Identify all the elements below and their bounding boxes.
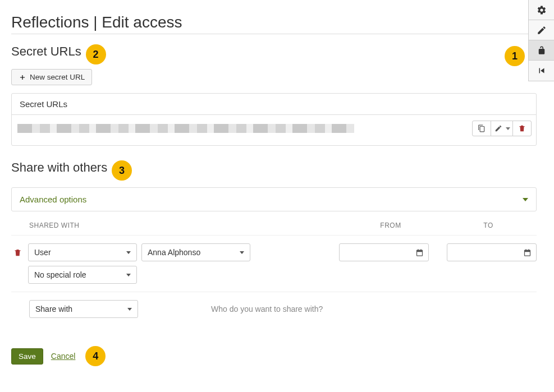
secret-urls-panel: Secret URLs	[11, 93, 537, 146]
share-placeholder-row: Share with Who do you want to share with…	[11, 292, 537, 326]
rail-edit-button[interactable]	[529, 20, 554, 40]
share-with-select[interactable]: Share with	[29, 300, 138, 318]
edit-url-button[interactable]	[491, 121, 513, 136]
chevron-down-icon	[126, 274, 131, 276]
share-role-select[interactable]: No special role	[28, 266, 137, 284]
col-to: TO	[440, 222, 537, 229]
skip-previous-icon	[537, 66, 547, 76]
trash-icon	[13, 248, 22, 257]
callout-3: 3	[112, 160, 132, 181]
page-title: Reflections | Edit access	[11, 13, 543, 31]
chevron-down-icon	[506, 127, 510, 130]
share-column-headers: SHARED WITH FROM TO	[11, 222, 537, 235]
share-hint: Who do you want to share with?	[211, 305, 323, 313]
callout-4: 4	[85, 346, 106, 366]
secret-url-actions	[473, 121, 532, 136]
share-role-value: No special role	[34, 270, 86, 279]
calendar-icon	[415, 248, 424, 257]
secret-urls-panel-header: Secret URLs	[12, 94, 536, 115]
callout-1: 1	[505, 46, 525, 66]
advanced-options-label: Advanced options	[20, 195, 86, 204]
cancel-link[interactable]: Cancel	[51, 352, 76, 361]
col-shared-with: SHARED WITH	[29, 222, 341, 229]
delete-url-button[interactable]	[512, 121, 532, 136]
pencil-icon	[495, 124, 502, 132]
copy-url-button[interactable]	[472, 121, 491, 136]
action-rail	[528, 0, 554, 81]
share-person-select[interactable]: Anna Alphonso	[141, 243, 250, 261]
share-row: User Anna Alphonso No special role	[11, 235, 537, 292]
share-heading: Share with others	[11, 160, 107, 175]
gears-icon	[537, 5, 547, 15]
remove-share-button[interactable]	[11, 243, 24, 261]
new-secret-url-button[interactable]: New secret URL	[11, 69, 92, 85]
share-to-date[interactable]	[447, 243, 537, 261]
callout-2: 2	[86, 44, 106, 64]
secret-url-value	[17, 124, 354, 133]
chevron-down-icon	[523, 198, 528, 201]
share-with-label: Share with	[35, 305, 72, 313]
rail-access-button[interactable]	[529, 40, 554, 61]
trash-icon	[518, 124, 526, 132]
title-divider	[11, 34, 529, 34]
save-button[interactable]: Save	[11, 348, 43, 365]
share-from-date[interactable]	[339, 243, 429, 261]
share-person-value: Anna Alphonso	[148, 248, 200, 257]
share-type-value: User	[34, 248, 51, 257]
secret-urls-heading: Secret URLs	[11, 44, 81, 59]
chevron-down-icon	[126, 251, 131, 254]
col-from: FROM	[341, 222, 440, 229]
pencil-icon	[537, 25, 547, 35]
plus-icon	[19, 73, 26, 81]
chevron-down-icon	[240, 251, 244, 254]
unlock-icon	[537, 45, 547, 56]
rail-first-button[interactable]	[529, 61, 554, 81]
rail-settings-button[interactable]	[529, 0, 554, 20]
calendar-icon	[523, 248, 532, 257]
copy-icon	[478, 124, 486, 132]
chevron-down-icon	[127, 308, 132, 311]
share-type-select[interactable]: User	[28, 243, 137, 261]
save-label: Save	[19, 352, 36, 361]
advanced-options-toggle[interactable]: Advanced options	[11, 187, 537, 211]
new-secret-url-label: New secret URL	[30, 73, 85, 81]
